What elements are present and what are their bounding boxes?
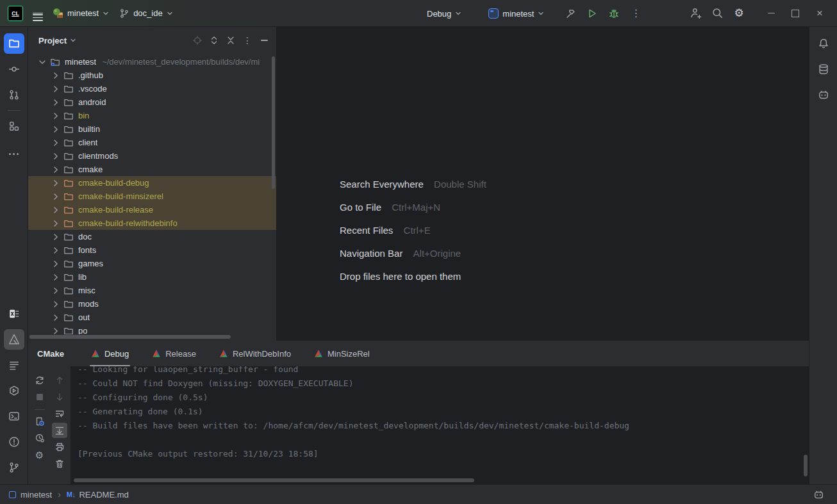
tool-problems-button[interactable] [4, 432, 24, 452]
tool-services-button[interactable] [4, 380, 24, 401]
tool-table-editor-button[interactable] [4, 304, 24, 324]
tree-row[interactable]: client [28, 136, 276, 149]
tree-row[interactable]: cmake-build-release [28, 203, 276, 216]
chevron-right-icon[interactable] [51, 205, 61, 215]
branch-widget[interactable]: doc_ide [114, 4, 178, 23]
tree-root-row[interactable]: minetest ~/dev/minetest_development/buil… [28, 55, 276, 69]
code-with-me-button[interactable] [686, 4, 705, 23]
clear-console-button[interactable] [52, 456, 67, 471]
chevron-right-icon[interactable] [51, 178, 61, 188]
collapse-all-button[interactable] [222, 32, 239, 49]
print-button[interactable] [52, 439, 67, 455]
notifications-button[interactable] [813, 33, 834, 54]
scroll-to-end-button[interactable] [52, 423, 67, 438]
tree-row[interactable]: builtin [28, 122, 276, 136]
tree-row[interactable]: misc [28, 284, 276, 297]
hide-panel-button[interactable] [256, 32, 272, 49]
chevron-right-icon[interactable] [51, 84, 61, 94]
prev-message-button[interactable] [52, 373, 67, 388]
tree-row[interactable]: cmake [28, 163, 276, 176]
tree-row[interactable]: .github [28, 69, 276, 82]
console-vertical-scrollbar[interactable] [804, 455, 808, 476]
chevron-right-icon[interactable] [51, 138, 61, 148]
tree-row[interactable]: clientmods [28, 149, 276, 163]
project-widget[interactable]: minetest [47, 4, 114, 23]
tree-row[interactable]: out [28, 311, 276, 324]
cmake-profile-tab[interactable]: MinSizeRel [314, 341, 370, 366]
next-message-button[interactable] [52, 389, 67, 405]
cmake-profile-tab[interactable]: Debug [91, 341, 129, 366]
breadcrumb-project[interactable]: minetest [21, 490, 52, 500]
close-button[interactable]: × [809, 4, 831, 23]
breadcrumb-file[interactable]: README.md [79, 490, 128, 500]
tree-row[interactable]: games [28, 257, 276, 270]
chevron-right-icon[interactable] [51, 272, 61, 282]
chevron-right-icon[interactable] [51, 245, 61, 256]
chevron-right-icon[interactable] [51, 232, 61, 242]
tree-row[interactable]: cmake-build-debug [28, 176, 276, 190]
tool-terminal-button[interactable] [4, 406, 24, 427]
tool-structure-button[interactable] [4, 116, 24, 136]
tree-row[interactable]: cmake-build-relwithdebinfo [28, 216, 276, 230]
tool-commit-button[interactable] [4, 59, 24, 79]
tree-row[interactable]: doc [28, 230, 276, 243]
reload-cmake-button[interactable] [32, 373, 47, 388]
minimize-button[interactable] [760, 4, 782, 23]
settings-button[interactable]: ⚙ [729, 4, 749, 23]
chevron-right-icon[interactable] [51, 111, 61, 121]
tool-git-button[interactable] [4, 457, 24, 478]
chevron-right-icon[interactable] [51, 97, 61, 108]
maximize-button[interactable] [784, 4, 806, 23]
tool-pull-requests-button[interactable] [4, 85, 24, 105]
chevron-right-icon[interactable] [51, 286, 61, 296]
run-config-selector[interactable]: minetest [483, 4, 549, 23]
tree-row[interactable]: bin [28, 109, 276, 122]
soft-wrap-button[interactable] [52, 406, 67, 421]
chevron-right-icon[interactable] [51, 191, 61, 202]
chevron-right-icon[interactable] [51, 124, 61, 134]
open-cmake-settings-button[interactable] [32, 414, 47, 429]
tree-row[interactable]: android [28, 95, 276, 109]
ai-assistant-button[interactable] [813, 85, 834, 105]
console-horizontal-scrollbar[interactable] [74, 478, 474, 482]
build-button[interactable] [561, 4, 580, 23]
project-view-selector[interactable]: Project [38, 36, 76, 45]
tool-todo-button[interactable] [4, 355, 24, 375]
tool-cmake-button[interactable] [4, 329, 24, 350]
database-button[interactable] [813, 59, 834, 79]
chevron-expanded-icon[interactable] [37, 57, 47, 67]
chevron-right-icon[interactable] [51, 151, 61, 161]
tree-row[interactable]: fonts [28, 243, 276, 257]
run-button[interactable] [583, 4, 602, 23]
stop-button[interactable] [32, 389, 47, 405]
more-run-actions-button[interactable]: ⋮ [626, 4, 645, 23]
run-type-selector[interactable]: Debug [422, 4, 467, 23]
cmake-profile-tab[interactable]: RelWithDebInfo [219, 341, 291, 366]
chevron-right-icon[interactable] [51, 218, 61, 229]
project-vertical-scrollbar[interactable] [272, 56, 275, 189]
tool-project-button[interactable] [4, 33, 24, 54]
more-tool-windows-button[interactable] [4, 142, 24, 162]
search-everywhere-button[interactable] [708, 4, 727, 23]
project-horizontal-scrollbar[interactable] [29, 335, 231, 339]
tree-row[interactable]: .vscode [28, 82, 276, 95]
statusbar-ai-button[interactable] [809, 485, 828, 504]
chevron-right-icon[interactable] [51, 313, 61, 323]
tree-row[interactable]: mods [28, 297, 276, 311]
panel-options-button[interactable]: ⋮ [239, 32, 256, 49]
expand-all-button[interactable] [206, 32, 222, 49]
cmake-profile-tab[interactable]: Release [152, 341, 196, 366]
chevron-right-icon[interactable] [51, 259, 61, 269]
chevron-right-icon[interactable] [51, 70, 61, 81]
show-history-button[interactable] [32, 430, 47, 446]
locate-file-button[interactable] [189, 32, 206, 49]
tree-row[interactable]: lib [28, 270, 276, 284]
cmake-console[interactable]: -- Looking for luaopen_string_buffer - f… [70, 366, 809, 484]
chevron-right-icon[interactable] [51, 165, 61, 175]
tree-row[interactable]: cmake-build-minsizerel [28, 190, 276, 203]
chevron-right-icon[interactable] [51, 299, 61, 309]
main-menu-button[interactable] [28, 4, 47, 23]
tree-row[interactable]: po [28, 324, 276, 334]
console-settings-button[interactable]: ⚙ [32, 447, 47, 462]
chevron-right-icon[interactable] [51, 326, 61, 335]
